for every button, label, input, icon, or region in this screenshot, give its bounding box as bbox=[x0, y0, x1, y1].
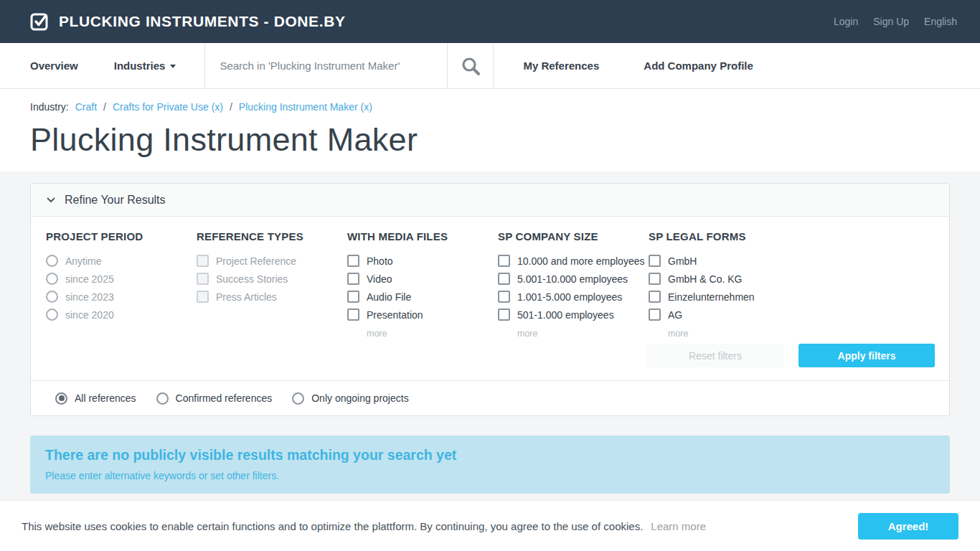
filter-actions: Reset filters Apply filters bbox=[31, 344, 949, 380]
checkbox-project-reference[interactable]: Project Reference bbox=[197, 255, 347, 267]
media-files-more-link[interactable]: more bbox=[367, 329, 387, 339]
cookie-consent-bar: This website uses cookies to enable cert… bbox=[0, 500, 980, 551]
nav-overview[interactable]: Overview bbox=[0, 43, 78, 88]
refine-panel-toggle[interactable]: Refine Your Results bbox=[31, 184, 949, 217]
learn-more-link[interactable]: Learn more bbox=[651, 520, 706, 532]
cookie-message: This website uses cookies to enable cert… bbox=[22, 520, 643, 532]
radio-icon bbox=[46, 255, 58, 267]
radio-all-references[interactable]: All references bbox=[55, 392, 136, 405]
checkbox-success-stories[interactable]: Success Stories bbox=[197, 273, 347, 285]
radio-since-2023[interactable]: since 2023 bbox=[46, 291, 197, 303]
radio-icon bbox=[46, 273, 58, 285]
app-header: PLUCKING INSTRUMENTS - DONE.BY Login Sig… bbox=[0, 0, 980, 43]
checkbox-icon bbox=[498, 291, 510, 303]
radio-only-ongoing-projects[interactable]: Only ongoing projects bbox=[292, 392, 408, 405]
radio-icon bbox=[292, 392, 304, 405]
company-size-more-link[interactable]: more bbox=[517, 329, 537, 339]
apply-filters-button[interactable]: Apply filters bbox=[798, 344, 935, 367]
chevron-down-icon bbox=[170, 65, 176, 68]
option-label: 501-1.000 employees bbox=[517, 309, 614, 321]
breadcrumb-item-craft[interactable]: Craft bbox=[75, 101, 97, 113]
checkbox-icon bbox=[649, 273, 661, 285]
radio-anytime[interactable]: Anytime bbox=[46, 255, 197, 267]
signup-link[interactable]: Sign Up bbox=[873, 16, 909, 27]
search-input[interactable] bbox=[205, 60, 447, 72]
filter-column-project-period: PROJECT PERIOD Anytime since 2025 since … bbox=[46, 230, 197, 344]
checkbox-icon bbox=[347, 255, 359, 267]
header-links: Login Sign Up English bbox=[834, 16, 957, 27]
checkbox-photo[interactable]: Photo bbox=[347, 255, 498, 267]
checkbox-einzelunternehmen[interactable]: Einzelunternehmen bbox=[649, 291, 799, 303]
site-logo[interactable]: PLUCKING INSTRUMENTS - DONE.BY bbox=[30, 12, 346, 32]
checkbox-ag[interactable]: AG bbox=[649, 309, 799, 321]
language-link[interactable]: English bbox=[924, 16, 957, 27]
checkbox-10000-and-more-employees[interactable]: 10.000 and more employees bbox=[498, 255, 649, 267]
breadcrumb-item-plucking-instrument-maker[interactable]: Plucking Instrument Maker (x) bbox=[239, 101, 372, 113]
checkbox-501-1000-employees[interactable]: 501-1.000 employees bbox=[498, 309, 649, 321]
option-label: AG bbox=[668, 309, 682, 321]
option-label: Anytime bbox=[65, 255, 102, 267]
legal-forms-more-link[interactable]: more bbox=[668, 329, 688, 339]
option-label: 10.000 and more employees bbox=[517, 255, 644, 267]
option-label: Einzelunternehmen bbox=[668, 291, 755, 303]
radio-since-2025[interactable]: since 2025 bbox=[46, 273, 197, 285]
filter-heading: SP LEGAL FORMS bbox=[649, 230, 799, 242]
checkbox-gmbh-co-kg[interactable]: GmbH & Co. KG bbox=[649, 273, 799, 285]
checkbox-icon bbox=[197, 291, 209, 303]
page-title: Plucking Instrument Maker bbox=[30, 121, 950, 159]
checkbox-5001-10000-employees[interactable]: 5.001-10.000 employees bbox=[498, 273, 649, 285]
option-label: Project Reference bbox=[216, 255, 296, 267]
filter-heading: SP COMPANY SIZE bbox=[498, 230, 649, 242]
breadcrumb-item-crafts-private-use[interactable]: Crafts for Private Use (x) bbox=[113, 101, 223, 113]
cookie-agree-button[interactable]: Agreed! bbox=[858, 513, 958, 540]
filter-column-media-files: WITH MEDIA FILES Photo Video Audio File … bbox=[347, 230, 498, 344]
no-results-message: There are no publicly visible results ma… bbox=[30, 435, 950, 494]
checkbox-icon bbox=[649, 291, 661, 303]
radio-icon bbox=[156, 392, 169, 405]
filter-heading: PROJECT PERIOD bbox=[46, 230, 197, 242]
checkbox-1001-5000-employees[interactable]: 1.001-5.000 employees bbox=[498, 291, 649, 303]
filter-column-company-size: SP COMPANY SIZE 10.000 and more employee… bbox=[498, 230, 649, 344]
results-section: Refine Your Results PROJECT PERIOD Anyti… bbox=[0, 171, 980, 494]
filter-heading: WITH MEDIA FILES bbox=[347, 230, 498, 242]
checkbox-press-articles[interactable]: Press Articles bbox=[197, 291, 347, 303]
no-results-title: There are no publicly visible results ma… bbox=[45, 447, 935, 463]
checkbox-gmbh[interactable]: GmbH bbox=[649, 255, 799, 267]
filter-heading: REFERENCE TYPES bbox=[197, 230, 347, 242]
filter-column-legal-forms: SP LEGAL FORMS GmbH GmbH & Co. KG Einzel… bbox=[649, 230, 799, 344]
checkbox-icon bbox=[649, 255, 661, 267]
radio-since-2020[interactable]: since 2020 bbox=[46, 309, 197, 321]
option-label: since 2025 bbox=[65, 273, 114, 285]
option-label: Success Stories bbox=[216, 273, 288, 285]
reset-filters-button[interactable]: Reset filters bbox=[647, 344, 783, 367]
option-label: 5.001-10.000 employees bbox=[517, 273, 628, 285]
breadcrumb-prefix: Industry: bbox=[30, 101, 69, 113]
nav-add-company-profile[interactable]: Add Company Profile bbox=[599, 43, 753, 88]
radio-confirmed-references[interactable]: Confirmed references bbox=[156, 392, 273, 405]
breadcrumb-separator: / bbox=[103, 101, 106, 113]
option-label: since 2023 bbox=[65, 291, 114, 303]
checkbox-icon bbox=[498, 309, 510, 321]
nav-industries-label: Industries bbox=[114, 60, 166, 72]
filter-column-reference-types: REFERENCE TYPES Project Reference Succes… bbox=[197, 230, 347, 344]
checkbox-icon bbox=[347, 291, 359, 303]
filter-columns: PROJECT PERIOD Anytime since 2025 since … bbox=[31, 217, 949, 344]
option-label: Press Articles bbox=[216, 291, 277, 303]
checkbox-audio-file[interactable]: Audio File bbox=[347, 291, 498, 303]
refine-panel-title: Refine Your Results bbox=[65, 194, 166, 207]
option-label: Confirmed references bbox=[176, 392, 273, 404]
login-link[interactable]: Login bbox=[834, 16, 858, 27]
search-icon bbox=[461, 56, 481, 76]
checkbox-video[interactable]: Video bbox=[347, 273, 498, 285]
checkbox-presentation[interactable]: Presentation bbox=[347, 309, 498, 321]
nav-industries-dropdown[interactable]: Industries bbox=[78, 43, 205, 88]
radio-selected-icon bbox=[55, 392, 67, 405]
option-label: All references bbox=[75, 392, 136, 404]
main-nav: Overview Industries My References Add Co… bbox=[0, 43, 980, 89]
nav-my-references[interactable]: My References bbox=[494, 43, 599, 88]
radio-icon bbox=[46, 309, 58, 321]
checkbox-icon bbox=[197, 255, 209, 267]
search-button[interactable] bbox=[447, 43, 494, 88]
no-results-subtitle: Please enter alternative keywords or set… bbox=[45, 470, 935, 481]
page-header-section: Industry: Craft / Crafts for Private Use… bbox=[0, 89, 980, 171]
